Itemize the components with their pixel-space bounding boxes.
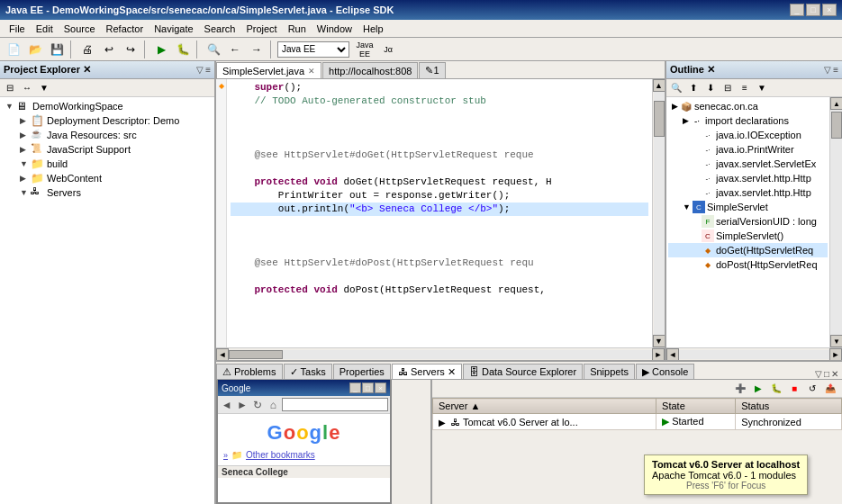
bookmark-link[interactable]: » [223, 451, 228, 460]
undo-button[interactable]: ↩ [99, 40, 119, 59]
bottom-collapse[interactable]: ▽ [815, 369, 822, 379]
open-button[interactable]: 📂 [25, 40, 45, 59]
print-button[interactable]: 🖨 [77, 40, 97, 59]
outline-arrow-imports[interactable]: ▶ [683, 116, 689, 125]
outline-item-doget[interactable]: ▶ ◆ doGet(HttpServletReq [668, 243, 828, 257]
perspective-combo[interactable]: Java EE [277, 41, 349, 58]
tab-snippets[interactable]: Snippets [584, 364, 635, 379]
outline-scroll-thumb[interactable] [831, 112, 842, 139]
browser-back[interactable]: ◄ [220, 399, 233, 411]
bookmarks-label[interactable]: Other bookmarks [246, 450, 315, 460]
outline-item-constructor[interactable]: ▶ C SimpleServlet() [668, 229, 828, 243]
start-server-button[interactable]: ▶ [750, 382, 766, 396]
collapse-all-button[interactable]: ⊟ [2, 81, 18, 95]
new-server-button[interactable]: ➕ [732, 382, 748, 396]
outline-scrollbar-h[interactable]: ◄ ► [666, 347, 842, 360]
tree-arrow-js[interactable]: ▶ [20, 145, 31, 154]
stop-server-button[interactable]: ■ [786, 382, 802, 396]
scroll-down-button[interactable]: ▼ [653, 335, 665, 347]
outline-scroll-down[interactable]: ▼ [830, 335, 842, 347]
scroll-up-button[interactable]: ▲ [653, 79, 665, 92]
link-editor-button[interactable]: ↔ [19, 81, 35, 95]
outline-item-field[interactable]: ▶ F serialVersionUID : long [668, 214, 828, 229]
run-button[interactable]: ▶ [151, 40, 171, 59]
tree-item-webcontent[interactable]: ▶ 📁 WebContent [2, 171, 213, 185]
menu-file[interactable]: File [4, 22, 31, 36]
tree-item-workspace[interactable]: ▼ 🖥 DemoWorkingSpace [2, 99, 213, 113]
back-button[interactable]: ← [225, 40, 245, 59]
restart-server-button[interactable]: ↺ [804, 382, 820, 396]
browser-refresh[interactable]: ↻ [251, 399, 265, 411]
tree-item-descriptor[interactable]: ▶ 📋 Deployment Descriptor: Demo [2, 113, 213, 128]
collapse-panel-button[interactable]: ▽ [196, 65, 204, 75]
tab-tasks[interactable]: ✓ Tasks [284, 364, 332, 379]
tree-arrow-java[interactable]: ▶ [20, 130, 31, 140]
outline-menu[interactable]: ≡ [833, 65, 838, 75]
menu-search[interactable]: Search [199, 22, 241, 36]
outline-collapse[interactable]: ▽ [824, 65, 831, 75]
view-menu-button[interactable]: ▼ [36, 81, 52, 95]
tree-item-js[interactable]: ▶ 📜 JavaScript Support [2, 142, 213, 157]
outline-btn-4[interactable]: ⊟ [720, 81, 736, 95]
outline-item-imports[interactable]: ▶ -· import declarations [668, 113, 828, 128]
outline-arrow-class[interactable]: ▼ [683, 202, 691, 212]
editor-scrollbar-v[interactable]: ▲ ▼ [652, 79, 665, 347]
outline-item-http1[interactable]: ▶ -· javax.servlet.http.Http [668, 171, 828, 185]
perspective-java-ee[interactable]: Java EE [351, 40, 378, 59]
outline-btn-6[interactable]: ▼ [754, 81, 770, 95]
tab-close-simpleservlet[interactable]: ✕ [308, 67, 315, 76]
outline-item-servlet-ex[interactable]: ▶ -· javax.servlet.ServletEx [668, 157, 828, 171]
h-scroll-thumb[interactable] [229, 350, 283, 359]
tree-arrow-descriptor[interactable]: ▶ [20, 116, 31, 125]
menu-navigate[interactable]: Navigate [149, 22, 198, 36]
outline-scroll-left[interactable]: ◄ [666, 348, 679, 361]
perspective-java[interactable]: Jα [380, 40, 396, 59]
menu-edit[interactable]: Edit [31, 22, 59, 36]
col-state[interactable]: State [656, 399, 736, 414]
tab-properties[interactable]: Properties [333, 364, 391, 379]
forward-button[interactable]: → [247, 40, 267, 59]
new-button[interactable]: 📄 [4, 40, 23, 59]
h-scroll-track[interactable] [229, 350, 652, 359]
tab-problems[interactable]: ⚠ Problems [216, 364, 283, 379]
outline-item-http2[interactable]: ▶ -· javax.servlet.http.Http [668, 185, 828, 200]
outline-item-package[interactable]: ▶ 📦 senecac.on.ca [668, 99, 828, 113]
editor-scrollbar-h[interactable]: ◄ ► [216, 347, 665, 360]
outline-btn-2[interactable]: ⬆ [685, 81, 702, 95]
browser-maximize[interactable]: □ [362, 382, 374, 393]
scroll-thumb[interactable] [654, 101, 665, 137]
outline-scrollbar[interactable]: ▲ ▼ [829, 97, 842, 347]
browser-address-bar[interactable] [282, 398, 388, 411]
outline-btn-3[interactable]: ⬇ [702, 81, 719, 95]
debug-server-button[interactable]: 🐛 [768, 382, 784, 396]
servers-tab-close[interactable]: ✕ [448, 366, 456, 378]
col-server[interactable]: Server ▲ [433, 399, 656, 414]
close-button[interactable]: × [822, 4, 837, 16]
scroll-left-button[interactable]: ◄ [216, 348, 229, 361]
search-button[interactable]: 🔍 [204, 40, 223, 59]
browser-close[interactable]: × [375, 382, 386, 393]
menu-source[interactable]: Source [59, 22, 101, 36]
scroll-right-button[interactable]: ► [652, 348, 665, 361]
tree-item-servers[interactable]: ▼ 🖧 Servers [2, 185, 213, 200]
panel-menu-button[interactable]: ≡ [205, 65, 211, 75]
server-row-tomcat[interactable]: ▶ 🖧 Tomcat v6.0 Server at lo... ▶ Starte… [433, 414, 842, 430]
outline-scroll-up[interactable]: ▲ [830, 97, 842, 110]
outline-btn-5[interactable]: ≡ [737, 81, 753, 95]
scroll-track[interactable] [654, 92, 665, 335]
tree-arrow-webcontent[interactable]: ▶ [20, 174, 31, 183]
outline-item-dopost[interactable]: ▶ ◆ doPost(HttpServletReq [668, 257, 828, 272]
menu-refactor[interactable]: Refactor [101, 22, 149, 36]
menu-project[interactable]: Project [240, 22, 282, 36]
tab-servers[interactable]: 🖧 Servers ✕ [392, 364, 462, 379]
browser-minimize[interactable]: _ [349, 382, 361, 393]
publish-server-button[interactable]: 📤 [822, 382, 838, 396]
redo-button[interactable]: ↪ [121, 40, 140, 59]
save-button[interactable]: 💾 [47, 40, 67, 59]
outline-item-print-writer[interactable]: ▶ -· java.io.PrintWriter [668, 142, 828, 157]
outline-scroll-right[interactable]: ► [829, 348, 842, 361]
col-status[interactable]: Status [736, 399, 842, 414]
maximize-button[interactable]: □ [806, 4, 820, 16]
menu-run[interactable]: Run [283, 22, 312, 36]
browser-home[interactable]: ⌂ [267, 399, 280, 411]
